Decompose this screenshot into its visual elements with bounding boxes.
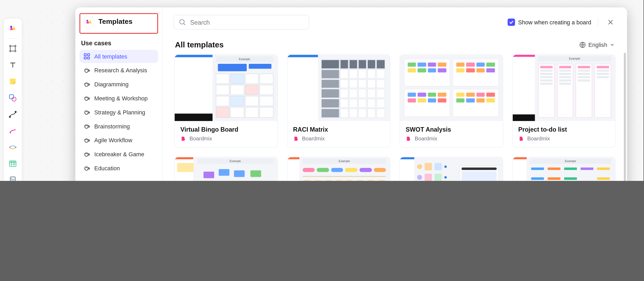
boardmix-logo-icon (180, 135, 186, 141)
close-icon (607, 19, 614, 25)
category-label: Diagramming (94, 81, 129, 88)
template-thumbnail (400, 55, 502, 121)
category-item[interactable]: Agile Workflow (80, 134, 158, 147)
templates-grid: Example Virtual Bingo Board Boardmix (174, 54, 615, 181)
svg-rect-1 (10, 46, 15, 51)
svg-point-7 (15, 146, 16, 148)
category-list: All templatesResearch & AnalysisDiagramm… (80, 50, 158, 175)
modal-main: Show when creating a board All templates… (163, 7, 627, 181)
checkbox-checked-icon (508, 19, 515, 26)
category-item[interactable]: Education (80, 162, 158, 175)
all-templates-heading: All templates (175, 40, 224, 49)
thumbnail-example-label: Example (303, 159, 386, 164)
category-label: Brainstorming (94, 123, 130, 130)
thumbnail-example-label: Example (538, 56, 611, 61)
template-thumbnail: Example (512, 157, 615, 181)
thumbnail-example-label: Example (530, 159, 611, 164)
text-tool-icon[interactable] (5, 57, 20, 72)
templates-header-highlighted: Templates (80, 13, 158, 34)
templates-title: Templates (98, 18, 133, 26)
category-item[interactable]: Icebreaker & Game (80, 148, 158, 161)
mindmap-tool-icon[interactable] (5, 140, 20, 155)
category-label: Strategy & Planning (94, 109, 145, 116)
category-label: Meeting & Workshop (94, 95, 148, 102)
heading-row: All templates English (163, 31, 627, 53)
svg-rect-9 (10, 161, 16, 162)
category-label: All templates (94, 53, 127, 60)
boardmix-logo-icon (518, 135, 524, 141)
doc-tool-icon[interactable] (5, 173, 20, 181)
template-thumbnail: Example (287, 157, 390, 181)
svg-point-0 (10, 26, 12, 28)
templates-logo-icon (83, 16, 94, 27)
search-icon (179, 19, 186, 26)
sticky-note-tool-icon[interactable] (5, 74, 20, 89)
globe-icon (579, 42, 586, 48)
svg-rect-10 (10, 177, 15, 181)
modal-topbar: Show when creating a board (163, 7, 627, 31)
divider (598, 18, 598, 26)
svg-point-6 (9, 146, 11, 148)
language-selector[interactable]: English (579, 42, 615, 48)
template-author: Boardmix (302, 135, 324, 141)
template-author: Boardmix (414, 135, 437, 141)
svg-point-5 (15, 111, 16, 113)
category-label: Icebreaker & Game (94, 151, 144, 158)
thumbnail-example-label: Example (216, 56, 273, 62)
svg-point-3 (12, 97, 16, 101)
app-logo-icon[interactable] (5, 21, 20, 36)
category-item[interactable]: Research & Analysis (80, 64, 158, 77)
use-cases-label: Use cases (81, 39, 156, 46)
template-card[interactable]: Two Truths and a Lie Boardmix (399, 157, 503, 181)
language-label: English (588, 42, 607, 48)
template-card[interactable]: Example (512, 157, 616, 181)
close-button[interactable] (605, 16, 616, 28)
template-thumbnail: Example (512, 55, 615, 121)
chevron-down-icon (610, 42, 615, 47)
svg-point-18 (86, 20, 88, 21)
category-item[interactable]: All templates (80, 50, 158, 63)
template-author: Boardmix (527, 135, 550, 141)
thumbnail-example-label: Example (197, 159, 273, 164)
category-item[interactable]: Diagramming (80, 78, 158, 91)
search-input[interactable] (190, 19, 304, 26)
template-title: RACI Matrix (293, 126, 384, 133)
category-item[interactable]: Brainstorming (80, 120, 158, 133)
template-thumbnail (287, 55, 390, 121)
category-label: Education (94, 165, 120, 172)
search-box[interactable] (173, 15, 309, 30)
template-card[interactable]: Example Virtual Bingo Board Boardmix (174, 54, 278, 148)
show-when-creating-checkbox[interactable]: Show when creating a board (508, 19, 591, 26)
shape-tool-icon[interactable] (5, 91, 20, 105)
svg-rect-19 (84, 54, 86, 56)
template-card[interactable]: SWOT Analysis Boardmix (399, 54, 503, 148)
category-item[interactable]: Strategy & Planning (80, 106, 158, 119)
svg-rect-21 (84, 57, 86, 59)
pen-tool-icon[interactable] (5, 123, 20, 138)
template-thumbnail: Example (175, 55, 277, 121)
template-thumbnail (400, 157, 502, 181)
template-title: SWOT Analysis (405, 126, 497, 133)
category-item[interactable]: Meeting & Workshop (80, 92, 158, 105)
show-when-creating-label: Show when creating a board (518, 19, 591, 25)
table-tool-icon[interactable] (5, 156, 20, 171)
template-card[interactable]: Example Project to-do list Boardmix (512, 54, 616, 148)
template-card[interactable]: Example (174, 157, 278, 181)
templates-scroll-area[interactable]: Example Virtual Bingo Board Boardmix (163, 53, 627, 181)
template-thumbnail: Example (175, 157, 277, 181)
template-card[interactable]: RACI Matrix Boardmix (287, 54, 390, 148)
scrollbar-thumb[interactable] (624, 53, 626, 181)
frame-tool-icon[interactable] (5, 41, 20, 56)
category-label: Research & Analysis (94, 67, 147, 74)
svg-rect-22 (87, 57, 90, 59)
template-card[interactable]: Example Project Timeline Boardmix (287, 157, 390, 181)
svg-point-4 (9, 116, 11, 118)
template-title: Virtual Bingo Board (180, 126, 271, 133)
boardmix-logo-icon (405, 135, 411, 141)
templates-modal: Templates Use cases All templatesResearc… (75, 7, 627, 181)
template-title: Project to-do list (518, 126, 609, 133)
template-author: Boardmix (189, 135, 212, 141)
connector-tool-icon[interactable] (5, 107, 20, 122)
svg-rect-2 (10, 95, 14, 99)
category-label: Agile Workflow (94, 137, 132, 144)
